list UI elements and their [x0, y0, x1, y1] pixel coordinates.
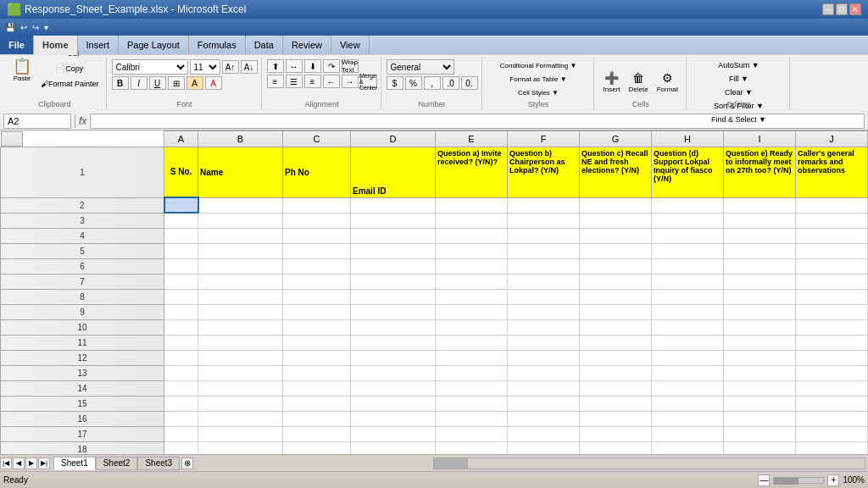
cell-I12[interactable] — [724, 350, 796, 365]
cell-E16[interactable] — [436, 411, 508, 426]
cell-I2[interactable] — [724, 197, 796, 213]
cell-A14[interactable] — [164, 380, 198, 396]
cell-H11[interactable] — [652, 335, 724, 350]
cell-E3[interactable] — [436, 213, 508, 228]
cell-C11[interactable] — [283, 335, 351, 350]
cell-H1[interactable]: Question (d) Support Lokpal Inquiry of f… — [652, 147, 724, 197]
cell-D12[interactable] — [351, 350, 436, 365]
cell-E11[interactable] — [436, 335, 508, 350]
cell-J14[interactable] — [796, 380, 868, 396]
cell-J8[interactable] — [796, 289, 868, 304]
clear-button[interactable]: Clear ▼ — [692, 86, 786, 99]
cell-D8[interactable] — [351, 289, 436, 304]
cell-D15[interactable] — [351, 396, 436, 411]
delete-button[interactable]: 🗑 Delete — [625, 58, 653, 106]
cell-D11[interactable] — [351, 335, 436, 350]
first-sheet-button[interactable]: |◀ — [0, 458, 12, 469]
currency-button[interactable]: $ — [387, 76, 403, 90]
cell-C14[interactable] — [283, 380, 351, 396]
cell-B6[interactable] — [198, 258, 283, 274]
cell-G15[interactable] — [580, 396, 652, 411]
cell-B11[interactable] — [198, 335, 283, 350]
cell-A12[interactable] — [164, 350, 198, 365]
cell-B18[interactable] — [198, 441, 283, 454]
cell-G17[interactable] — [580, 426, 652, 441]
merge-center-button[interactable]: Merge & Center — [360, 75, 377, 88]
qa-save-button[interactable]: 💾 — [3, 22, 17, 33]
font-size-select[interactable]: 11 — [190, 59, 220, 75]
decrease-indent-button[interactable]: ← — [323, 75, 340, 88]
cell-B3[interactable] — [198, 213, 283, 228]
insert-button[interactable]: ➕ Insert — [599, 58, 625, 106]
cell-F10[interactable] — [508, 319, 580, 335]
cell-B13[interactable] — [198, 365, 283, 380]
cell-H16[interactable] — [652, 411, 724, 426]
underline-button[interactable]: U — [149, 76, 166, 90]
cell-F11[interactable] — [508, 335, 580, 350]
cell-A5[interactable] — [164, 243, 198, 258]
cell-D10[interactable] — [351, 319, 436, 335]
insert-sheet-button[interactable]: ⊕ — [181, 458, 193, 469]
cell-B10[interactable] — [198, 319, 283, 335]
next-sheet-button[interactable]: ▶ — [25, 458, 37, 469]
cell-G3[interactable] — [580, 213, 652, 228]
cell-E9[interactable] — [436, 304, 508, 319]
cell-J3[interactable] — [796, 213, 868, 228]
cell-D17[interactable] — [351, 426, 436, 441]
cell-F4[interactable] — [508, 228, 580, 243]
tab-home[interactable]: Home — [34, 36, 78, 55]
cell-H3[interactable] — [652, 213, 724, 228]
number-format-select[interactable]: General — [387, 59, 454, 75]
col-header-G[interactable]: G — [580, 131, 652, 147]
cell-E1[interactable]: Question a) Invite received? (Y/N)? — [436, 147, 508, 197]
increase-font-button[interactable]: A↑ — [222, 60, 239, 74]
col-header-D[interactable]: D — [351, 131, 436, 147]
sheet-tab-3[interactable]: Sheet3 — [137, 457, 180, 470]
cell-D13[interactable] — [351, 365, 436, 380]
cell-D6[interactable] — [351, 258, 436, 274]
text-direction-button[interactable]: ↷ — [323, 59, 340, 73]
cell-C2[interactable] — [283, 197, 351, 213]
cell-F18[interactable] — [508, 441, 580, 454]
cell-B8[interactable] — [198, 289, 283, 304]
conditional-formatting-button[interactable]: Conditional Formatting ▼ — [487, 58, 590, 72]
cell-D18[interactable] — [351, 441, 436, 454]
cell-G14[interactable] — [580, 380, 652, 396]
cell-I14[interactable] — [724, 380, 796, 396]
cell-G13[interactable] — [580, 365, 652, 380]
title-bar-controls[interactable]: — □ ✕ — [822, 3, 861, 15]
cell-A18[interactable] — [164, 441, 198, 454]
cell-F1[interactable]: Question b) Chairperson as Lokpal? (Y/N) — [508, 147, 580, 197]
cell-D2[interactable] — [351, 197, 436, 213]
cell-B9[interactable] — [198, 304, 283, 319]
cell-A6[interactable] — [164, 258, 198, 274]
cell-J1[interactable]: Caller's general remarks and observation… — [796, 147, 868, 197]
sheet-tab-1[interactable]: Sheet1 — [53, 457, 96, 470]
cell-H12[interactable] — [652, 350, 724, 365]
cell-B2[interactable] — [198, 197, 283, 213]
align-middle-button[interactable]: ↔ — [286, 59, 303, 73]
cell-I6[interactable] — [724, 258, 796, 274]
cell-E14[interactable] — [436, 380, 508, 396]
cell-H4[interactable] — [652, 228, 724, 243]
cell-G11[interactable] — [580, 335, 652, 350]
cell-D7[interactable] — [351, 274, 436, 289]
cell-J17[interactable] — [796, 426, 868, 441]
wrap-text-button[interactable]: Wrap Text — [342, 59, 359, 73]
cell-E18[interactable] — [436, 441, 508, 454]
cell-H18[interactable] — [652, 441, 724, 454]
cell-C4[interactable] — [283, 228, 351, 243]
cell-A16[interactable] — [164, 411, 198, 426]
cell-C18[interactable] — [283, 441, 351, 454]
tab-review[interactable]: Review — [283, 36, 331, 54]
cell-D4[interactable] — [351, 228, 436, 243]
cell-J9[interactable] — [796, 304, 868, 319]
cell-A7[interactable] — [164, 274, 198, 289]
cell-G18[interactable] — [580, 441, 652, 454]
cell-A8[interactable] — [164, 289, 198, 304]
cell-D1[interactable]: Email ID — [351, 147, 436, 197]
cell-J5[interactable] — [796, 243, 868, 258]
cell-A4[interactable] — [164, 228, 198, 243]
cell-A1[interactable]: S No. — [164, 147, 198, 197]
cell-C13[interactable] — [283, 365, 351, 380]
